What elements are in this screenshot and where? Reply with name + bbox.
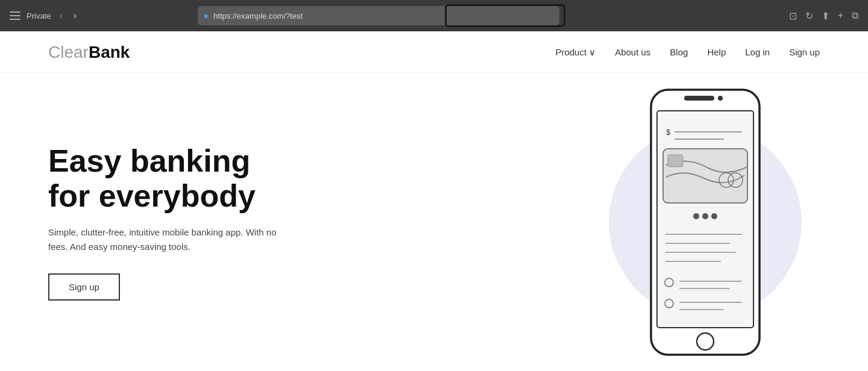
share-icon[interactable]: ⬆: [822, 10, 829, 22]
logo-clear: Clear: [48, 43, 89, 62]
security-icon: ●: [204, 11, 209, 20]
svg-point-12: [693, 213, 699, 219]
reader-mode-icon[interactable]: ⊡: [789, 10, 797, 22]
browser-chrome: Private ‹ › ● https://example.com/?test …: [0, 0, 868, 31]
svg-rect-2: [684, 96, 714, 101]
hero-title: Easy banking for everybody: [48, 144, 277, 213]
nav-login[interactable]: Log in: [745, 47, 770, 57]
hero-subtitle: Simple, clutter-free, intuitive mobile b…: [48, 225, 277, 254]
sidebar-toggle[interactable]: [10, 11, 20, 20]
main-nav: Clear Bank Product ∨ About us Blog Help …: [0, 31, 868, 73]
svg-point-13: [702, 213, 708, 219]
private-label: Private: [27, 11, 51, 20]
tabs-icon[interactable]: ⧉: [852, 10, 858, 21]
url-text: https://example.com/?test: [213, 11, 553, 20]
logo[interactable]: Clear Bank: [48, 43, 130, 62]
hero-title-line1: Easy banking: [48, 143, 250, 178]
hero-signup-button[interactable]: Sign up: [48, 273, 120, 301]
website: Clear Bank Product ∨ About us Blog Help …: [0, 31, 868, 371]
svg-point-14: [711, 213, 717, 219]
refresh-icon[interactable]: ↻: [805, 10, 813, 22]
svg-rect-9: [668, 155, 683, 167]
svg-point-3: [718, 96, 723, 101]
address-bar[interactable]: ● https://example.com/?test: [198, 6, 559, 25]
logo-bank: Bank: [89, 43, 130, 62]
back-button[interactable]: ‹: [57, 9, 64, 22]
phone-svg: $: [615, 78, 796, 367]
nav-about[interactable]: About us: [615, 47, 650, 57]
hero-content: Easy banking for everybody Simple, clutt…: [48, 144, 277, 300]
hero-section: Easy banking for everybody Simple, clutt…: [0, 73, 868, 371]
sidebar-icon: [10, 11, 20, 20]
chevron-down-icon: ∨: [589, 47, 596, 58]
forward-button[interactable]: ›: [71, 9, 79, 22]
browser-controls-left: Private ‹ ›: [10, 9, 79, 22]
svg-text:$: $: [666, 128, 671, 137]
nav-links: Product ∨ About us Blog Help Log in Sign…: [555, 47, 820, 58]
phone-illustration: $: [615, 78, 796, 367]
new-tab-icon[interactable]: +: [838, 10, 843, 21]
nav-product[interactable]: Product ∨: [555, 47, 596, 58]
nav-help[interactable]: Help: [707, 47, 726, 57]
browser-controls-right: ⊡ ↻ ⬆ + ⧉: [789, 10, 858, 22]
nav-blog[interactable]: Blog: [670, 47, 688, 57]
nav-signup[interactable]: Sign up: [789, 47, 820, 57]
hero-title-line2: for everybody: [48, 178, 256, 213]
